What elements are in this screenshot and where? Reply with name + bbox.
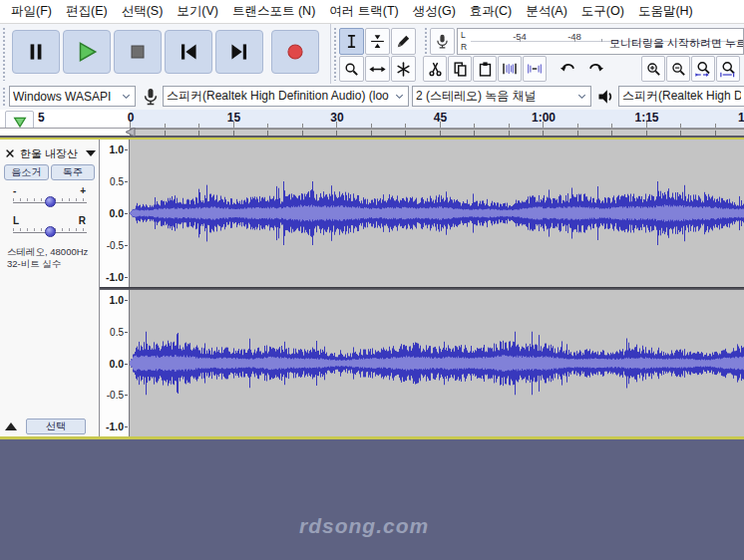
- timeline-tick: [577, 124, 578, 128]
- record-button[interactable]: [271, 30, 319, 74]
- zoom-tool-button[interactable]: [339, 56, 364, 82]
- timeshift-tool-button[interactable]: [365, 56, 390, 82]
- menu-item-tracks[interactable]: 여러 트랙(T): [322, 0, 405, 23]
- zoom-in-button[interactable]: [641, 56, 665, 82]
- track-title[interactable]: 한울 내장산: [20, 146, 86, 161]
- recording-device-mic-icon: [141, 87, 161, 107]
- pan-slider[interactable]: L R: [0, 215, 99, 243]
- meter-left-label: L: [461, 31, 466, 40]
- silence-audio-button[interactable]: [523, 56, 547, 82]
- scrub-tick: [233, 131, 234, 136]
- recording-meter[interactable]: L R -54 -48 모니터링을 시작하려면 누르세요: [457, 28, 744, 55]
- audio-host-value: Windows WASAPI: [13, 90, 121, 104]
- timeline-tick: [509, 124, 510, 128]
- menu-item-help[interactable]: 도움말(H): [631, 0, 700, 23]
- trim-audio-button[interactable]: [498, 56, 522, 82]
- track-collapse-button[interactable]: [5, 422, 17, 430]
- stop-button[interactable]: [114, 30, 162, 74]
- tools-toolbar-grip[interactable]: [332, 26, 337, 81]
- timeline-ruler[interactable]: 5 01530451:001:151:30: [0, 110, 744, 138]
- timeline-tick: [543, 122, 544, 128]
- chevron-down-icon: [394, 91, 405, 102]
- gain-slider[interactable]: - +: [0, 185, 99, 213]
- waveform-left-channel[interactable]: [130, 140, 744, 287]
- audio-host-dropdown[interactable]: Windows WASAPI: [9, 86, 136, 107]
- trim-audio-icon: [501, 60, 519, 78]
- menu-item-tools[interactable]: 도구(O): [574, 0, 631, 23]
- menu-item-view[interactable]: 보기(V): [170, 0, 225, 23]
- skip-to-end-button[interactable]: [215, 30, 263, 74]
- transport-toolbar-grip[interactable]: [1, 26, 6, 81]
- zoom-fit-button[interactable]: [716, 56, 740, 82]
- paste-button[interactable]: [473, 56, 497, 82]
- scrub-tick: [440, 131, 441, 136]
- recording-device-dropdown[interactable]: 스피커(Realtek High Definition Audio) (loo: [163, 86, 409, 107]
- timeline-tick: [198, 124, 199, 128]
- scrub-tick: [577, 131, 578, 136]
- timeline-label: 30: [330, 111, 343, 125]
- track-select-button[interactable]: 선택: [26, 419, 86, 434]
- meter-right-label: R: [461, 43, 467, 52]
- gain-slider-thumb[interactable]: [45, 196, 56, 207]
- scrub-tick: [198, 131, 199, 136]
- pause-button[interactable]: [12, 30, 60, 74]
- zoom-selection-button[interactable]: [691, 56, 715, 82]
- track-menu-dropdown-icon[interactable]: [86, 150, 96, 156]
- chevron-down-icon: [576, 91, 587, 102]
- copy-button[interactable]: [448, 56, 472, 82]
- play-button[interactable]: [63, 30, 111, 74]
- close-icon: [5, 148, 15, 158]
- stop-icon: [125, 39, 151, 65]
- playback-device-speaker-icon: [596, 87, 616, 107]
- microphone-icon: [434, 33, 451, 50]
- scale-tick: [125, 213, 128, 214]
- scale-tick: [125, 245, 128, 246]
- skip-to-start-button[interactable]: [165, 30, 212, 74]
- scrub-tick: [165, 131, 166, 136]
- playback-device-dropdown[interactable]: 스피커(Realtek High D: [618, 86, 744, 107]
- audio-track[interactable]: 한울 내장산 음소거 독주 - + L R 스테레오, 48000Hz 32-비…: [0, 138, 744, 439]
- track-format-line2: 32-비트 실수: [7, 258, 99, 270]
- timeline-tick: [371, 124, 372, 128]
- timeline-tick: [611, 124, 612, 128]
- scale-tick: [125, 300, 128, 301]
- pan-slider-thumb[interactable]: [45, 226, 56, 237]
- menu-item-edit[interactable]: 편집(E): [59, 0, 115, 23]
- timeline-label: 1:15: [634, 111, 658, 125]
- draw-tool-button[interactable]: [391, 28, 416, 55]
- timeline-tick: [165, 124, 166, 128]
- scissors-icon: [427, 61, 444, 78]
- redo-button[interactable]: [582, 56, 609, 82]
- timeline-tick: [336, 122, 337, 128]
- scrub-position-arrow-icon: [126, 128, 136, 137]
- vertical-scale-left-channel[interactable]: 1.00.50.0-0.5-1.0: [100, 140, 130, 287]
- menu-item-generate[interactable]: 생성(G): [406, 0, 463, 23]
- scrub-tick: [680, 131, 681, 136]
- menu-item-effect[interactable]: 효과(C): [463, 0, 519, 23]
- scrub-tick: [336, 131, 337, 136]
- solo-button[interactable]: 독주: [51, 164, 96, 180]
- menu-item-file[interactable]: 파일(F): [4, 0, 59, 23]
- multi-tool-button[interactable]: [391, 56, 416, 82]
- vertical-scale-right-channel[interactable]: 1.00.50.0-0.5-1.0: [100, 290, 130, 436]
- menu-item-analyze[interactable]: 분석(A): [519, 0, 574, 23]
- recording-channels-dropdown[interactable]: 2 (스테레오) 녹음 채널: [412, 86, 591, 107]
- meter-monitor-text[interactable]: 모니터링을 시작하려면 누르세요: [609, 36, 744, 51]
- mute-button[interactable]: 음소거: [4, 164, 49, 180]
- timeline-tick: [130, 122, 131, 128]
- waveform-right-channel[interactable]: [130, 290, 744, 436]
- menu-item-select[interactable]: 선택(S): [115, 0, 171, 23]
- menu-item-transport[interactable]: 트랜스포트 (N): [225, 0, 322, 23]
- play-icon: [74, 39, 100, 65]
- envelope-tool-button[interactable]: [365, 28, 390, 55]
- zoom-out-button[interactable]: [666, 56, 690, 82]
- track-close-button[interactable]: [3, 146, 17, 160]
- selection-tool-button[interactable]: [339, 28, 364, 55]
- record-meter-mic-button[interactable]: [430, 28, 455, 55]
- cut-button[interactable]: [423, 56, 447, 82]
- device-toolbar-grip[interactable]: [1, 86, 6, 108]
- undo-button[interactable]: [555, 56, 581, 82]
- scrub-ruler[interactable]: [0, 128, 744, 136]
- meter-tick: [574, 39, 575, 42]
- undo-icon: [558, 60, 577, 79]
